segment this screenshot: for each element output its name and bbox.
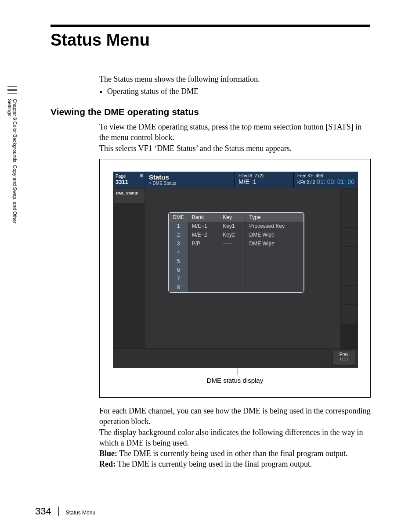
- cell-dme: 5: [169, 257, 188, 266]
- th-type: Type: [246, 213, 303, 222]
- cell-dme: 4: [169, 248, 188, 257]
- cell-type: DME Wipe: [246, 239, 303, 248]
- page-number: 334: [35, 506, 51, 517]
- table-row: 6: [169, 266, 303, 274]
- right-slot: [341, 247, 357, 266]
- para2-line1: For each DME channel, you can see how th…: [99, 406, 371, 427]
- header-page-label: Page: [116, 174, 142, 179]
- header-kf-free: Free KF: 498: [297, 173, 354, 178]
- blue-label: Blue:: [99, 449, 117, 458]
- callout-line: [238, 367, 238, 375]
- side-tab-lines-icon: [7, 86, 17, 94]
- right-slot: [341, 228, 357, 246]
- header-title: Status: [149, 173, 231, 181]
- page-root: Chapter 8 Color Backgrounds, Copy and Sw…: [0, 0, 419, 532]
- screen-canvas: DME Bank Key Type 1 M/E−1 Ke: [145, 188, 340, 349]
- title-rule: [51, 25, 370, 27]
- prev-label: Prev: [333, 352, 355, 357]
- cell-dme: 1: [169, 222, 188, 230]
- header-effect-cell: Effect#: 2 (2) M/E−1: [235, 172, 294, 188]
- header-timecode: 01: 00: 01: 00: [317, 178, 354, 185]
- right-slot: [341, 208, 357, 227]
- th-key: Key: [219, 213, 246, 222]
- header-breadcrumb: > DME Status: [149, 181, 231, 186]
- cell-bank: [188, 257, 219, 266]
- prev-button[interactable]: Prev 1111: [332, 351, 355, 366]
- screen-footer: Prev 1111: [113, 349, 358, 368]
- header-effect-label: Effect#: 2 (2): [238, 173, 290, 178]
- prev-num: 1111: [333, 357, 355, 361]
- table-header-row: DME Bank Key Type: [169, 213, 303, 222]
- cell-dme: 2: [169, 230, 188, 239]
- tab-dme-status[interactable]: DME Status: [114, 189, 144, 203]
- cell-type: DME Wipe: [246, 230, 303, 239]
- intro-bullet-1: Operating status of the DME: [107, 86, 371, 97]
- red-text: The DME is currently being used in the f…: [116, 460, 312, 468]
- th-dme: DME: [169, 213, 188, 222]
- th-bank: Bank: [188, 213, 219, 222]
- cell-bank: [188, 274, 219, 283]
- para2-line2: The display background color also indica…: [99, 427, 371, 449]
- section-heading: Viewing the DME operating status: [51, 107, 199, 117]
- section-paragraph: To view the DME operating status, press …: [99, 122, 371, 154]
- figure-frame: Page 3311 Status > DME Status Effect#: 2…: [99, 159, 371, 398]
- cell-type: [246, 257, 303, 266]
- cell-key: [219, 257, 246, 266]
- cell-key: Key1: [219, 222, 246, 230]
- table-row: 8: [169, 283, 303, 292]
- table-row: 4: [169, 248, 303, 257]
- dme-table: DME Bank Key Type 1 M/E−1 Ke: [168, 212, 304, 293]
- footer-divider: [236, 349, 236, 368]
- para1-line2: This selects VF1 ‘DME Status’ and the St…: [99, 143, 371, 154]
- blue-text: The DME is currently being used in other…: [117, 449, 348, 458]
- cell-bank: [188, 248, 219, 257]
- cell-bank: P/P: [188, 239, 219, 248]
- screen-body: DME Status DME Bank Key Type: [113, 188, 358, 349]
- header-page-cell: Page 3311: [113, 172, 145, 188]
- table-row: 2 M/E−2 Key2 DME Wipe: [169, 230, 303, 239]
- cell-key: –––: [219, 239, 246, 248]
- page-footer: 334 Status Menu: [35, 506, 95, 517]
- right-slot: [341, 286, 357, 304]
- header-title-cell: Status > DME Status: [145, 172, 235, 188]
- cell-bank: M/E−1: [188, 222, 219, 230]
- dme-status-screen: Page 3311 Status > DME Status Effect#: 2…: [113, 172, 358, 368]
- cell-dme: 6: [169, 266, 188, 274]
- cell-type: [246, 274, 303, 283]
- cell-type: [246, 283, 303, 292]
- cell-key: [219, 283, 246, 292]
- header-indicator-icon: [140, 174, 143, 177]
- cell-bank: M/E−2: [188, 230, 219, 239]
- table-row: 3 P/P ––– DME Wipe: [169, 239, 303, 248]
- cell-key: Key2: [219, 230, 246, 239]
- right-slot: [341, 305, 357, 324]
- cell-key: [219, 266, 246, 274]
- screen-right-strip: [340, 188, 358, 349]
- right-slot: [341, 266, 357, 285]
- screen-header: Page 3311 Status > DME Status Effect#: 2…: [113, 172, 358, 188]
- table-row: 1 M/E−1 Key1 Processed Key: [169, 222, 303, 230]
- cell-type: [246, 248, 303, 257]
- cell-type: [246, 266, 303, 274]
- screen-side-tabs: DME Status: [113, 188, 145, 349]
- intro-text: The Status menu shows the following info…: [99, 74, 371, 97]
- cell-bank: [188, 266, 219, 274]
- table-row: 7: [169, 274, 303, 283]
- para2-blue: Blue: The DME is currently being used in…: [99, 448, 371, 459]
- footer-title: Status Menu: [66, 510, 95, 516]
- cell-key: [219, 248, 246, 257]
- header-me-label: M/E−1: [238, 178, 290, 185]
- intro-line: The Status menu shows the following info…: [99, 74, 371, 84]
- chapter-label: Chapter 8 Color Backgrounds, Copy and Sw…: [7, 99, 18, 226]
- footer-separator: [58, 507, 59, 516]
- table-row: 5: [169, 257, 303, 266]
- figure-caption: DME status display: [100, 377, 370, 384]
- cell-bank: [188, 283, 219, 292]
- cell-dme: 3: [169, 239, 188, 248]
- cell-dme: 8: [169, 283, 188, 292]
- para2-red: Red: The DME is currently being used in …: [99, 459, 371, 469]
- cell-key: [219, 274, 246, 283]
- explanation-paragraph: For each DME channel, you can see how th…: [99, 406, 371, 470]
- red-label: Red:: [99, 460, 116, 468]
- cell-dme: 7: [169, 274, 188, 283]
